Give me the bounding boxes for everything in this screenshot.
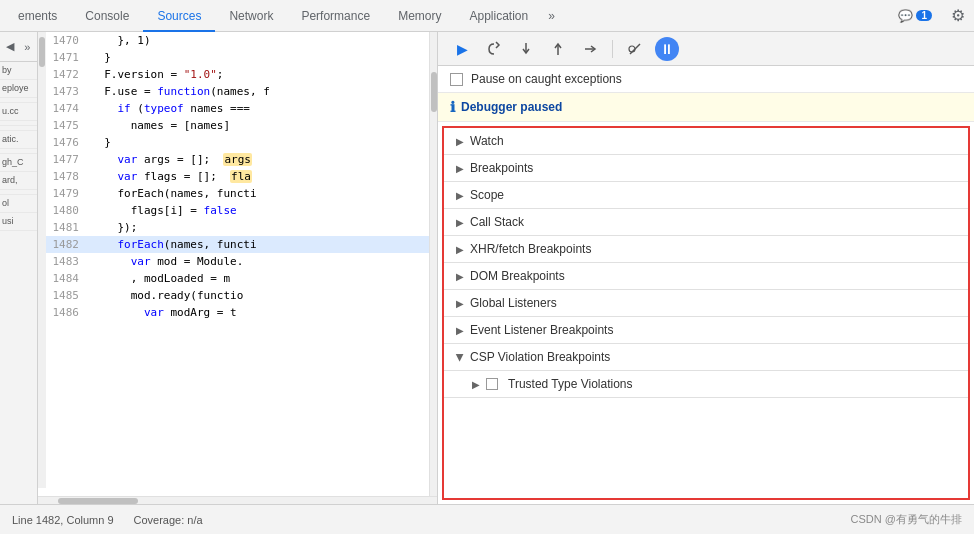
code-line-1478: 1478 var flags = []; fla — [46, 168, 429, 185]
code-panel: 1470 }, 1) 1471 } 1472 F.version = "1.0"… — [38, 32, 438, 504]
tab-elements[interactable]: ements — [4, 0, 71, 32]
left-label-6: atic. — [0, 131, 37, 149]
call-stack-label: Call Stack — [470, 215, 524, 229]
code-line-1485: 1485 mod.ready(functio — [46, 287, 429, 304]
tab-performance[interactable]: Performance — [287, 0, 384, 32]
accordion-csp: ▶ CSP Violation Breakpoints — [444, 344, 968, 371]
step-button[interactable] — [578, 37, 602, 61]
dom-label: DOM Breakpoints — [470, 269, 565, 283]
accordion-watch: ▶ Watch — [444, 128, 968, 155]
accordion-global-listeners: ▶ Global Listeners — [444, 290, 968, 317]
accordion-dom-header[interactable]: ▶ DOM Breakpoints — [444, 263, 968, 289]
accordion-trusted-header[interactable]: ▶ Trusted Type Violations — [444, 371, 968, 397]
code-line-1476: 1476 } — [46, 134, 429, 151]
code-line-1480: 1480 flags[i] = false — [46, 202, 429, 219]
left-label-11: ol — [0, 195, 37, 213]
sidebar-collapse-btn[interactable]: ◀ — [2, 39, 18, 55]
code-vscrollbar[interactable] — [429, 32, 437, 496]
csp-label: CSP Violation Breakpoints — [470, 350, 610, 364]
code-line-1475: 1475 names = [names] — [46, 117, 429, 134]
accordion-breakpoints-header[interactable]: ▶ Breakpoints — [444, 155, 968, 181]
deactivate-button[interactable] — [623, 37, 647, 61]
csp-chevron: ▶ — [455, 353, 466, 361]
accordion-event-header[interactable]: ▶ Event Listener Breakpoints — [444, 317, 968, 343]
trusted-chevron: ▶ — [472, 379, 480, 390]
accordion-dom-breakpoints: ▶ DOM Breakpoints — [444, 263, 968, 290]
code-line-1472: 1472 F.version = "1.0"; — [46, 66, 429, 83]
watch-label: Watch — [470, 134, 504, 148]
tab-memory[interactable]: Memory — [384, 0, 455, 32]
left-label-1: eploye — [0, 80, 37, 98]
code-line-1484: 1484 , modLoaded = m — [46, 270, 429, 287]
accordion-csp-header[interactable]: ▶ CSP Violation Breakpoints — [444, 344, 968, 370]
step-out-button[interactable] — [546, 37, 570, 61]
breakpoints-label: Breakpoints — [470, 161, 533, 175]
left-label-12: usi — [0, 213, 37, 231]
code-line-1474: 1474 if (typeof names === — [46, 100, 429, 117]
debugger-paused-notice: ℹ Debugger paused — [438, 93, 974, 122]
scope-chevron: ▶ — [456, 190, 464, 201]
trusted-label: Trusted Type Violations — [508, 377, 633, 391]
message-badge: 1 — [916, 10, 932, 21]
step-over-icon — [486, 41, 502, 57]
trusted-checkbox[interactable] — [486, 378, 498, 390]
event-chevron: ▶ — [456, 325, 464, 336]
code-line-1470: 1470 }, 1) — [46, 32, 429, 49]
xhr-chevron: ▶ — [456, 244, 464, 255]
accordion-scope-header[interactable]: ▶ Scope — [444, 182, 968, 208]
tab-more[interactable]: » — [542, 0, 561, 32]
accordion-scope: ▶ Scope — [444, 182, 968, 209]
accordion-area: ▶ Watch ▶ Breakpoints ▶ Scope — [442, 126, 970, 500]
xhr-label: XHR/fetch Breakpoints — [470, 242, 591, 256]
code-line-1477: 1477 var args = []; args — [46, 151, 429, 168]
tab-bar: ements Console Sources Network Performan… — [0, 0, 974, 32]
tab-bar-actions: 💬 1 ⚙ — [890, 4, 970, 28]
code-line-1483: 1483 var mod = Module. — [46, 253, 429, 270]
code-line-1471: 1471 } — [46, 49, 429, 66]
tab-application[interactable]: Application — [455, 0, 542, 32]
dom-chevron: ▶ — [456, 271, 464, 282]
event-label: Event Listener Breakpoints — [470, 323, 613, 337]
resume-button[interactable]: ▶ — [450, 37, 474, 61]
debugger-paused-text: Debugger paused — [461, 100, 562, 114]
accordion-event-listener: ▶ Event Listener Breakpoints — [444, 317, 968, 344]
accordion-global-header[interactable]: ▶ Global Listeners — [444, 290, 968, 316]
accordion-call-stack-header[interactable]: ▶ Call Stack — [444, 209, 968, 235]
code-line-1479: 1479 forEach(names, functi — [46, 185, 429, 202]
left-label-8: gh_C — [0, 154, 37, 172]
tab-sources[interactable]: Sources — [143, 0, 215, 32]
accordion-watch-header[interactable]: ▶ Watch — [444, 128, 968, 154]
pause-exceptions-label: Pause on caught exceptions — [471, 72, 622, 86]
code-line-1481: 1481 }); — [46, 219, 429, 236]
global-label: Global Listeners — [470, 296, 557, 310]
main-layout: ◀ » by eploye u.cc atic. gh_C ard, ol us… — [0, 32, 974, 504]
status-bar: Line 1482, Column 9 Coverage: n/a CSDN @… — [0, 504, 974, 534]
debug-divider — [612, 40, 613, 58]
step-into-icon — [519, 42, 533, 56]
pause-button[interactable]: ⏸ — [655, 37, 679, 61]
watch-chevron: ▶ — [456, 136, 464, 147]
right-panel: ▶ — [438, 32, 974, 504]
code-hscrollbar[interactable] — [38, 496, 437, 504]
messages-button[interactable]: 💬 1 — [890, 6, 940, 26]
info-icon: ℹ — [450, 99, 455, 115]
accordion-trusted-type: ▶ Trusted Type Violations — [444, 371, 968, 398]
accordion-xhr-header[interactable]: ▶ XHR/fetch Breakpoints — [444, 236, 968, 262]
step-over-button[interactable] — [482, 37, 506, 61]
watermark: CSDN @有勇气的牛排 — [851, 512, 962, 527]
coverage-status: Coverage: n/a — [134, 514, 203, 526]
code-line-1486: 1486 var modArg = t — [46, 304, 429, 321]
pause-exceptions-checkbox[interactable] — [450, 73, 463, 86]
sidebar-more-btn[interactable]: » — [20, 39, 36, 55]
left-label-9: ard, — [0, 172, 37, 190]
code-content: 1470 }, 1) 1471 } 1472 F.version = "1.0"… — [38, 32, 437, 496]
settings-button[interactable]: ⚙ — [946, 4, 970, 28]
tab-console[interactable]: Console — [71, 0, 143, 32]
message-icon: 💬 — [898, 9, 913, 23]
step-into-button[interactable] — [514, 37, 538, 61]
accordion-call-stack: ▶ Call Stack — [444, 209, 968, 236]
tab-network[interactable]: Network — [215, 0, 287, 32]
line-col-status: Line 1482, Column 9 — [12, 514, 114, 526]
left-sidebar-labels: ◀ » by eploye u.cc atic. gh_C ard, ol us… — [0, 32, 38, 504]
code-line-1473: 1473 F.use = function(names, f — [46, 83, 429, 100]
